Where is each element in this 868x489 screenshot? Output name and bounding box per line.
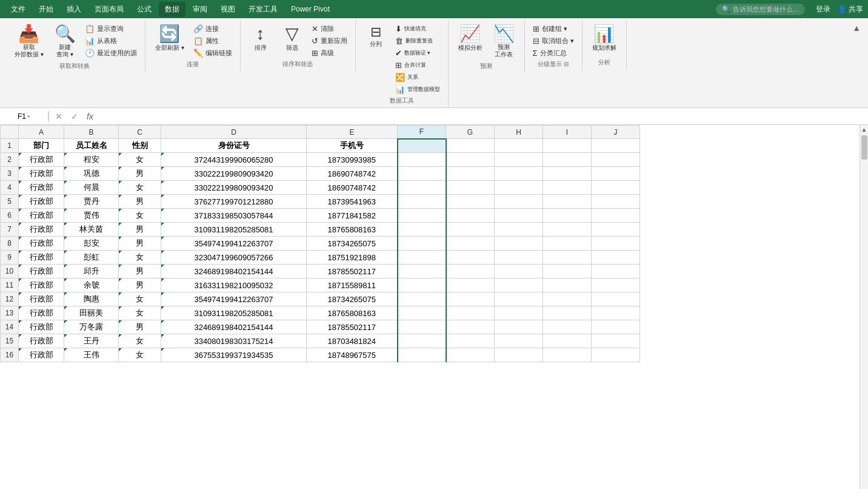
cell-f11[interactable] bbox=[398, 278, 446, 292]
row-header-10[interactable]: 10 bbox=[1, 265, 19, 278]
col-header-e[interactable]: E bbox=[307, 126, 398, 139]
cell-h9[interactable] bbox=[495, 251, 543, 265]
scenario-btn[interactable]: 📈 模拟分析 bbox=[453, 23, 487, 55]
cell-b9[interactable]: 彭虹 bbox=[64, 251, 119, 265]
cell-d16[interactable]: 367553199371934535 bbox=[161, 348, 307, 362]
cell-h15[interactable] bbox=[495, 334, 543, 348]
cell-b4[interactable]: 何晨 bbox=[64, 181, 119, 195]
row-header-4[interactable]: 4 bbox=[1, 181, 19, 195]
get-external-data-btn[interactable]: 📥 获取外部数据 ▾ bbox=[10, 23, 48, 61]
cell-f9[interactable] bbox=[398, 251, 446, 265]
cell-c12[interactable]: 女 bbox=[119, 292, 161, 306]
col-header-a[interactable]: A bbox=[19, 126, 64, 139]
row-header-9[interactable]: 9 bbox=[1, 251, 19, 265]
cell-h2[interactable] bbox=[495, 153, 543, 167]
cell-d8[interactable]: 354974199412263707 bbox=[161, 237, 307, 251]
cell-g14[interactable] bbox=[446, 320, 495, 334]
cell-h8[interactable] bbox=[495, 237, 543, 251]
cell-j13[interactable] bbox=[592, 306, 640, 320]
cell-g5[interactable] bbox=[446, 195, 495, 209]
cell-j14[interactable] bbox=[592, 320, 640, 334]
create-group-btn[interactable]: ⊞ 创建组 ▾ bbox=[530, 23, 577, 35]
remove-dupes-btn[interactable]: 🗑 删除重复值 bbox=[392, 35, 443, 47]
cell-b7[interactable]: 林关茵 bbox=[64, 223, 119, 237]
cell-i14[interactable] bbox=[543, 320, 592, 334]
cell-b6[interactable]: 贾伟 bbox=[64, 209, 119, 223]
clear-btn[interactable]: ✕ 清除 bbox=[309, 23, 350, 35]
cell-h10[interactable] bbox=[495, 265, 543, 278]
menu-item-7[interactable]: 视图 bbox=[215, 2, 241, 17]
cell-c8[interactable]: 男 bbox=[119, 237, 161, 251]
cell-h11[interactable] bbox=[495, 278, 543, 292]
row-header-1[interactable]: 1 bbox=[1, 139, 19, 153]
cell-d3[interactable]: 330222199809093420 bbox=[161, 167, 307, 181]
edit-links-btn[interactable]: ✏️ 编辑链接 bbox=[190, 47, 235, 59]
cell-c14[interactable]: 男 bbox=[119, 320, 161, 334]
formula-confirm-btn[interactable]: ✓ bbox=[68, 110, 81, 123]
cell-a13[interactable]: 行政部 bbox=[19, 306, 64, 320]
cell-h12[interactable] bbox=[495, 292, 543, 306]
cell-f4[interactable] bbox=[398, 181, 446, 195]
row-header-2[interactable]: 2 bbox=[1, 153, 19, 167]
cell-j3[interactable] bbox=[592, 167, 640, 181]
new-query-btn[interactable]: 🔍 新建查询 ▾ bbox=[50, 23, 81, 61]
cell-h13[interactable] bbox=[495, 306, 543, 320]
cell-b1[interactable]: 员工姓名 bbox=[64, 139, 119, 153]
cell-c16[interactable]: 女 bbox=[119, 348, 161, 362]
cell-g10[interactable] bbox=[446, 265, 495, 278]
menu-item-9[interactable]: Power Pivot bbox=[285, 2, 336, 16]
cell-e5[interactable]: 18739541963 bbox=[307, 195, 398, 209]
cell-i8[interactable] bbox=[543, 237, 592, 251]
cell-a7[interactable]: 行政部 bbox=[19, 223, 64, 237]
cell-i13[interactable] bbox=[543, 306, 592, 320]
cell-f13[interactable] bbox=[398, 306, 446, 320]
cell-a2[interactable]: 行政部 bbox=[19, 153, 64, 167]
cell-g16[interactable] bbox=[446, 348, 495, 362]
cell-g8[interactable] bbox=[446, 237, 495, 251]
cell-j7[interactable] bbox=[592, 223, 640, 237]
menu-item-2[interactable]: 插入 bbox=[61, 2, 87, 17]
row-header-7[interactable]: 7 bbox=[1, 223, 19, 237]
cell-j6[interactable] bbox=[592, 209, 640, 223]
cell-d13[interactable]: 310931198205285081 bbox=[161, 306, 307, 320]
row-header-3[interactable]: 3 bbox=[1, 167, 19, 181]
recent-sources-btn[interactable]: 🕐 最近使用的源 bbox=[82, 47, 140, 59]
cell-d11[interactable]: 316331198210095032 bbox=[161, 278, 307, 292]
cell-a16[interactable]: 行政部 bbox=[19, 348, 64, 362]
cell-d15[interactable]: 334080198303175214 bbox=[161, 334, 307, 348]
cell-g1[interactable] bbox=[446, 139, 495, 153]
cell-a10[interactable]: 行政部 bbox=[19, 265, 64, 278]
cell-g3[interactable] bbox=[446, 167, 495, 181]
forecast-sheet-btn[interactable]: 📉 预测工作表 bbox=[489, 23, 519, 61]
cell-c10[interactable]: 男 bbox=[119, 265, 161, 278]
row-header-16[interactable]: 16 bbox=[1, 348, 19, 362]
cell-e2[interactable]: 18730993985 bbox=[307, 153, 398, 167]
cell-b3[interactable]: 巩德 bbox=[64, 167, 119, 181]
cell-g9[interactable] bbox=[446, 251, 495, 265]
cell-i10[interactable] bbox=[543, 265, 592, 278]
cell-c5[interactable]: 男 bbox=[119, 195, 161, 209]
cell-e6[interactable]: 18771841582 bbox=[307, 209, 398, 223]
col-header-i[interactable]: I bbox=[543, 126, 592, 139]
split-col-btn[interactable]: ⊟ 分列 bbox=[361, 23, 391, 51]
cell-a11[interactable]: 行政部 bbox=[19, 278, 64, 292]
row-header-8[interactable]: 8 bbox=[1, 237, 19, 251]
cell-a14[interactable]: 行政部 bbox=[19, 320, 64, 334]
cell-a12[interactable]: 行政部 bbox=[19, 292, 64, 306]
cell-d7[interactable]: 310931198205285081 bbox=[161, 223, 307, 237]
cell-h14[interactable] bbox=[495, 320, 543, 334]
search-bar[interactable]: 🔍告诉我您想要做什么... bbox=[716, 4, 804, 15]
subtotal-btn[interactable]: Σ 分类汇总 bbox=[530, 47, 577, 59]
cell-i3[interactable] bbox=[543, 167, 592, 181]
cell-e1[interactable]: 手机号 bbox=[307, 139, 398, 153]
cell-c9[interactable]: 女 bbox=[119, 251, 161, 265]
scroll-thumb-v[interactable] bbox=[861, 135, 867, 160]
cell-j5[interactable] bbox=[592, 195, 640, 209]
cell-e16[interactable]: 18748967575 bbox=[307, 348, 398, 362]
cell-b5[interactable]: 贾丹 bbox=[64, 195, 119, 209]
cell-f6[interactable] bbox=[398, 209, 446, 223]
cell-b10[interactable]: 邱升 bbox=[64, 265, 119, 278]
col-header-d[interactable]: D bbox=[161, 126, 307, 139]
col-header-c[interactable]: C bbox=[119, 126, 161, 139]
cell-e12[interactable]: 18734265075 bbox=[307, 292, 398, 306]
